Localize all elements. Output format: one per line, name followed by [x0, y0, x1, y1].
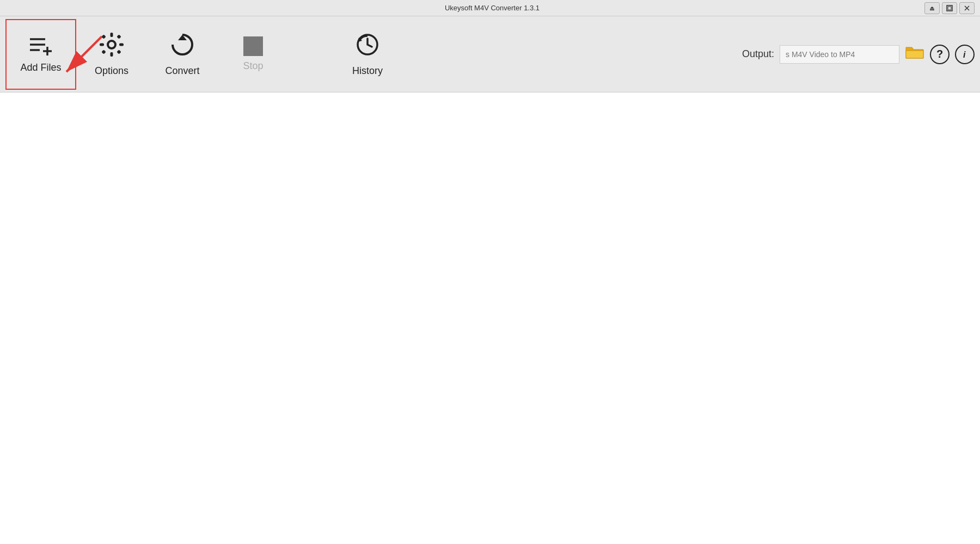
- main-content: [0, 92, 980, 544]
- convert-icon: [170, 32, 195, 61]
- svg-point-12: [109, 42, 114, 47]
- add-files-label: Add Files: [20, 62, 61, 73]
- stop-label: Stop: [243, 60, 263, 72]
- svg-rect-17: [101, 34, 106, 39]
- add-files-button[interactable]: Add Files: [5, 19, 76, 90]
- title-bar: Ukeysoft M4V Converter 1.3.1: [0, 0, 980, 16]
- help-button[interactable]: ?: [930, 45, 950, 64]
- output-input[interactable]: [780, 45, 899, 64]
- stop-button[interactable]: Stop: [218, 19, 289, 90]
- svg-rect-14: [111, 52, 113, 57]
- options-icon: [99, 32, 124, 61]
- history-button[interactable]: History: [332, 19, 403, 90]
- convert-button[interactable]: Convert: [147, 19, 218, 90]
- history-label: History: [352, 65, 383, 77]
- options-button[interactable]: Options: [76, 19, 147, 90]
- svg-rect-18: [117, 34, 121, 39]
- convert-label: Convert: [165, 65, 199, 77]
- toolbar: Add Files: [0, 16, 980, 92]
- window-controls: [924, 2, 975, 14]
- history-icon: [355, 32, 380, 61]
- close-button[interactable]: [959, 2, 975, 14]
- add-files-icon: [28, 35, 54, 58]
- svg-rect-20: [117, 50, 121, 54]
- svg-text:i: i: [963, 50, 966, 59]
- svg-rect-15: [100, 43, 104, 46]
- minimize-button[interactable]: [924, 2, 940, 14]
- svg-rect-13: [111, 33, 113, 37]
- app-title: Ukeysoft M4V Converter 1.3.1: [60, 4, 924, 12]
- output-label: Output:: [742, 48, 774, 60]
- svg-rect-16: [119, 43, 124, 46]
- restore-button[interactable]: [942, 2, 957, 14]
- info-button[interactable]: i: [955, 45, 975, 64]
- output-area: Output: ? i: [742, 44, 975, 65]
- options-label: Options: [95, 65, 128, 77]
- folder-button[interactable]: [905, 44, 924, 65]
- stop-icon: [243, 36, 263, 56]
- svg-rect-19: [101, 50, 106, 54]
- svg-rect-1: [948, 7, 951, 10]
